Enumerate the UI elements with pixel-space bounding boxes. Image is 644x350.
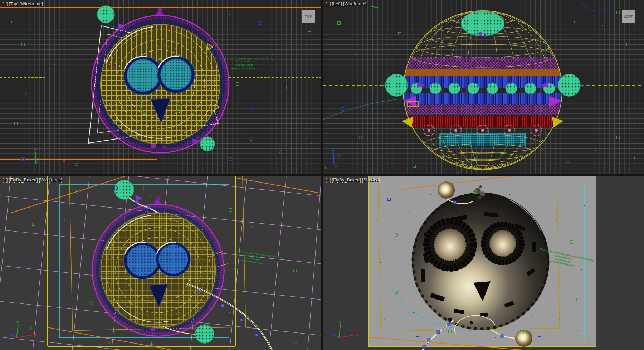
teal-ball	[97, 6, 114, 23]
axis-label-x: X	[335, 165, 338, 169]
axis-tripod: Y X Z	[332, 321, 361, 342]
viewport-top[interactable]: Created for Intel Corporation as a work …	[0, 0, 321, 174]
viewport-label-flyby-shaded[interactable]: [+][FlyBy_Baked][Shaded]	[326, 178, 381, 183]
teal-ball	[200, 137, 215, 151]
right-eye	[157, 56, 195, 93]
left-view-scene	[323, 0, 644, 174]
viewport-layout: Created for Intel Corporation as a work …	[0, 0, 644, 350]
viewcube-top[interactable]: TOP	[302, 10, 315, 23]
axis-tripod: Y X Z	[32, 148, 68, 167]
left-eye	[124, 56, 162, 95]
viewport-shading-label[interactable]: [Shaded]	[362, 178, 380, 183]
viewport-label-top[interactable]: [+][Top][Wireframe]	[3, 1, 44, 6]
teal-ball	[195, 325, 214, 343]
viewport-shading-label[interactable]: [Wireframe]	[20, 1, 43, 6]
viewport-menu-icon[interactable]: [+]	[326, 178, 331, 183]
axis-label-x: X	[63, 159, 65, 163]
viewport-pov-label[interactable]: [FlyBy_Baked]	[9, 178, 38, 183]
axis-label-y: Y	[16, 321, 19, 325]
left-eye	[424, 218, 477, 271]
axis-label-z: Z	[333, 332, 336, 336]
teal-ball	[385, 74, 408, 96]
viewport-shading-label[interactable]: [Wireframe]	[343, 1, 366, 6]
viewcube-face-label[interactable]: TOP	[305, 15, 312, 18]
axis-label-y: Y	[324, 165, 327, 169]
viewport-pov-label[interactable]: [Top]	[9, 1, 19, 6]
viewcube-left[interactable]: LEFT	[622, 10, 635, 23]
axis-label-x: X	[34, 333, 36, 337]
axis-label-x: X	[356, 333, 359, 337]
top-dome	[461, 11, 504, 36]
viewport-menu-icon[interactable]: [+]	[3, 178, 8, 183]
axis-label-z: Z	[332, 150, 335, 154]
viewport-menu-icon[interactable]: [+]	[3, 1, 8, 6]
axis-tripod: Y X Z	[10, 321, 39, 342]
viewport-flyby-shaded[interactable]: Created for Intel Corporation as a work …	[323, 176, 644, 350]
viewport-label-flyby-wireframe[interactable]: [+][FlyBy_Baked][Wireframe]	[3, 178, 63, 183]
viewport-flyby-wireframe[interactable]: Created for Intel Corporation as a work …	[0, 176, 321, 350]
shiny-ball	[515, 330, 532, 347]
shiny-ball	[438, 181, 455, 199]
axis-label-y: Y	[339, 321, 342, 325]
right-eye	[481, 222, 524, 265]
viewport-menu-icon[interactable]: [+]	[326, 1, 331, 6]
viewport-pov-label[interactable]: [Left]	[332, 1, 342, 6]
viewport-shading-label[interactable]: [Wireframe]	[39, 178, 62, 183]
viewport-label-left[interactable]: [+][Left][Wireframe]	[326, 1, 367, 6]
viewport-pov-label[interactable]: [FlyBy_Baked]	[332, 178, 361, 183]
axis-label-z: Z	[36, 157, 39, 162]
watermark-text: Created for Intel Corporation as a work …	[209, 57, 279, 70]
flyby-shaded-scene	[323, 176, 644, 350]
axis-tripod: Z Y X	[324, 150, 349, 170]
viewport-left[interactable]: [+][Left][Wireframe] LEFT Z Y X	[323, 0, 644, 174]
teal-ball	[558, 74, 580, 96]
viewcube-face-label[interactable]: LEFT	[624, 15, 633, 18]
axis-label-y: Y	[34, 148, 37, 152]
axis-label-z: Z	[11, 332, 13, 336]
station-sphere-wireframe	[402, 11, 564, 171]
teal-ball	[114, 180, 134, 199]
